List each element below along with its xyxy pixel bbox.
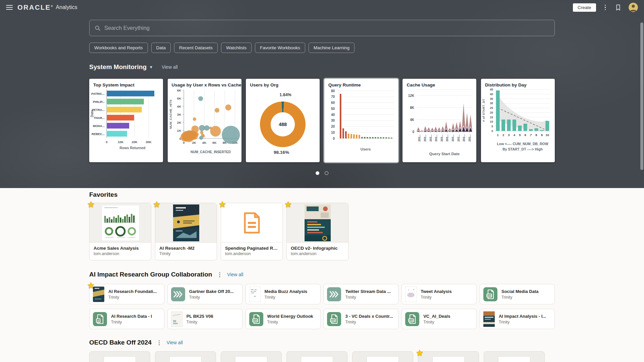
item-title: World Energy Outlook — [267, 314, 313, 319]
svg-text:4: 4 — [514, 133, 516, 137]
bubble-chart: 02K4K6K8K10K01K2K3K4K5K6KNUM_CACHE_INSER… — [168, 87, 241, 159]
system-monitoring-dropdown[interactable]: System Monitoring ▼ — [89, 63, 153, 71]
item-card-gartner-bake-off-20-[interactable]: Gartner Bake Off 20...Trinity — [167, 284, 243, 304]
chart-card-distribution-by-day[interactable]: Distribution by Day051015202530354045123… — [481, 79, 555, 162]
svg-text:15: 15 — [490, 116, 493, 119]
workbook-thumbnail — [235, 356, 267, 362]
oecd-workbook-card[interactable] — [484, 351, 545, 362]
item-card-twitter-stream-data-[interactable]: Twitter Stream Data ...Trinity — [323, 284, 398, 304]
oecd-workbook-card[interactable] — [155, 351, 216, 362]
svg-text:X: X — [97, 319, 99, 322]
svg-text:50: 50 — [331, 107, 335, 111]
item-title: Media Buzz Analysis — [265, 289, 307, 294]
item-card-vc-ai-deals[interactable]: CSVVC_AI_DealsTrinity — [401, 309, 477, 329]
hamburger-menu-icon[interactable] — [6, 5, 13, 10]
scrollbar-thumb[interactable] — [640, 22, 643, 170]
item-card-world-energy-outlook[interactable]: CSVWorld Energy OutlookTrinity — [246, 309, 321, 329]
chart-card-top-system-impact[interactable]: Top System Impact010K20K30KPATRIC...PHIL… — [89, 79, 163, 162]
oecd-view-all-link[interactable]: View all — [167, 340, 183, 345]
item-card-tweet-analysis[interactable]: Tweet AnalysisTrinity — [401, 284, 477, 304]
chart-card-title: Top System Impact — [89, 79, 163, 87]
favorite-card-spending-paginated-re-[interactable]: Spending Paginated Re...tom.anderson — [221, 203, 283, 260]
svg-text:40: 40 — [490, 93, 493, 96]
carousel-dot-2[interactable] — [325, 171, 328, 175]
svg-text:5K: 5K — [177, 97, 181, 100]
svg-text:0: 0 — [491, 129, 493, 133]
favorite-card-owner: tom.anderson — [90, 251, 151, 256]
chart-card-users-by-org[interactable]: Users by Org1.84%98.16%488 — [246, 79, 320, 162]
oecd-workbook-card[interactable] — [418, 351, 479, 362]
item-text: AI Research Foundati...Trinity — [108, 289, 157, 300]
favorite-card-acme-sales-analysis[interactable]: Acme Sales Analysistom.anderson — [89, 203, 151, 260]
svg-text:80: 80 — [331, 89, 335, 93]
section-title: System Monitoring — [89, 63, 147, 71]
oecd-workbook-card[interactable] — [286, 351, 347, 362]
search-input[interactable] — [104, 25, 549, 31]
overflow-menu-icon[interactable] — [603, 4, 608, 11]
svg-text:# of START_DT: # of START_DT — [482, 99, 485, 122]
search-chip-workbooks-and-reports[interactable]: Workbooks and Reports — [89, 43, 148, 53]
search-chip-machine-learning[interactable]: Machine Learning — [309, 43, 355, 53]
svg-text:202...: 202... — [468, 134, 471, 141]
item-card-ai-impact-analysis-i-[interactable]: AI Impact Analysis - I...Trinity — [480, 309, 555, 329]
svg-text:6K: 6K — [177, 88, 181, 92]
favorite-card-oecd-v2-infographic[interactable]: OECD v2- Infographictom.anderson — [286, 203, 348, 260]
collaboration-title: AI Impact Research Group Collaboration — [89, 271, 212, 278]
item-card-ai-research-data-i[interactable]: XAI Research Data - ITrinity — [89, 309, 164, 329]
search-chip-watchlists[interactable]: Watchlists — [221, 43, 252, 53]
system-monitoring-view-all-link[interactable]: View all — [162, 64, 178, 70]
svg-text:MOHA...: MOHA... — [93, 124, 105, 128]
svg-text:202...: 202... — [440, 134, 443, 141]
item-card-ai-research-foundati-[interactable]: AI Research Foundati...Trinity — [89, 284, 164, 304]
item-card-social-media-data[interactable]: CSVSocial Media DataTrinity — [480, 284, 555, 304]
svg-text:10: 10 — [490, 120, 493, 123]
item-text: VC_AI_DealsTrinity — [423, 314, 450, 324]
bookmark-icon[interactable] — [614, 4, 622, 11]
svg-text:202...: 202... — [434, 134, 438, 141]
user-avatar[interactable] — [629, 3, 638, 12]
workbook-thumbnail — [249, 287, 261, 302]
chart-card-query-runtime[interactable]: Query Runtime01020304050607080Users — [324, 79, 398, 162]
svg-text:THAR...: THAR... — [94, 116, 105, 120]
svg-text:2K: 2K — [177, 121, 181, 124]
oecd-workbook-card[interactable] — [221, 351, 282, 362]
svg-text:8: 8 — [535, 133, 537, 137]
item-title: AI Research Data - I — [111, 314, 152, 319]
svg-text:REBEC...: REBEC... — [92, 132, 105, 136]
svg-text:202...: 202... — [418, 134, 421, 141]
chart-card-usage-by-user-x-rows-vs-cache[interactable]: Usage by User x Rows vs Cache02K4K6K8K10… — [168, 79, 241, 162]
collaboration-overflow-icon[interactable]: ⋮ — [217, 272, 222, 278]
product-name: Analytics — [56, 4, 77, 10]
favorite-star-icon — [87, 201, 95, 209]
collaboration-view-all-link[interactable]: View all — [227, 272, 243, 277]
oecd-workbook-card[interactable] — [89, 351, 150, 362]
search-chip-favorite-workbooks[interactable]: Favorite Workbooks — [255, 43, 305, 53]
svg-text:Date: Date — [90, 110, 94, 117]
item-card-media-buzz-analysis[interactable]: Media Buzz AnalysisTrinity — [246, 284, 321, 304]
favorite-card-title: AI Research -M2 — [155, 243, 217, 251]
chart-card-title: Query Runtime — [324, 79, 398, 87]
item-owner: Trinity — [108, 295, 157, 300]
oecd-workbook-card[interactable] — [352, 351, 413, 362]
search-chip-recent-datasets[interactable]: Recent Datasets — [174, 43, 218, 53]
search-chip-data[interactable]: Data — [151, 43, 171, 53]
oecd-overflow-icon[interactable]: ⋮ — [156, 340, 162, 346]
favorite-card-owner: tom.anderson — [221, 251, 282, 256]
csv-file-icon: CSV — [483, 287, 497, 301]
favorite-card-ai-research-m2[interactable]: AI Research -M2Trinity — [155, 203, 217, 260]
svg-text:70: 70 — [331, 95, 335, 99]
item-title: VC_AI_Deals — [423, 314, 450, 319]
item-card-3-vc-deals-x-countr-[interactable]: CSV3 - VC Deals x Countr...Trinity — [323, 309, 398, 329]
create-button[interactable]: Create — [573, 3, 596, 12]
svg-text:98.16%: 98.16% — [274, 150, 289, 155]
svg-text:Rows Returned: Rows Returned — [119, 146, 145, 150]
carousel-dot-1[interactable] — [316, 171, 319, 175]
item-card-pl-bk25-v06[interactable]: PL BK25 V06Trinity — [167, 309, 243, 329]
chart-card-cache-usage[interactable]: Cache Usage04K8K12K202...202...202...202… — [402, 79, 476, 162]
item-owner: Trinity — [421, 295, 451, 300]
system-monitoring-cards: Top System Impact010K20K30KPATRIC...PHIL… — [89, 79, 555, 162]
svg-text:CSV: CSV — [487, 294, 492, 297]
svg-text:1.84%: 1.84% — [279, 93, 291, 97]
svg-text:30: 30 — [331, 119, 335, 122]
svg-text:Low <---- CUM_NUM_DB_ROW: Low <---- CUM_NUM_DB_ROW — [497, 142, 548, 146]
